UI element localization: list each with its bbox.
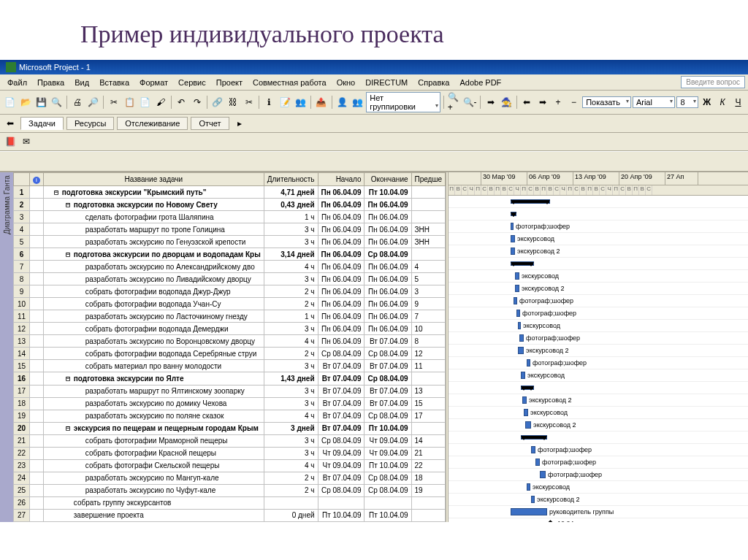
gantt-row[interactable]: [449, 431, 748, 444]
task-row[interactable]: 26 собрать группу экскурсантов: [14, 496, 446, 509]
task-row[interactable]: 11 разработать экскурсию по Ласточкиному…: [14, 310, 446, 323]
pdf-mail-icon[interactable]: ✉: [19, 134, 34, 149]
group-icon[interactable]: 👤: [335, 95, 349, 110]
duration-cell[interactable]: 3 ч: [264, 447, 318, 459]
start-cell[interactable]: Пн 06.04.09: [318, 261, 365, 273]
menu-adobepdf[interactable]: Adobe PDF: [455, 77, 505, 88]
task-row[interactable]: 27 завершение проекта0 днейПт 10.04.09Пт…: [14, 509, 446, 521]
task-name-cell[interactable]: разработать маршрут по тропе Голицина: [44, 223, 264, 236]
start-cell[interactable]: Пн 06.04.09: [318, 273, 365, 285]
end-cell[interactable]: Пн 06.04.09: [365, 285, 411, 298]
duration-cell[interactable]: 3 ч: [264, 434, 318, 447]
duration-cell[interactable]: 3 ч: [264, 397, 318, 410]
duration-cell[interactable]: 0,43 дней: [264, 199, 318, 211]
duration-cell[interactable]: 3 ч: [264, 323, 318, 335]
start-cell[interactable]: Пн 06.04.09: [318, 199, 365, 211]
row-info[interactable]: [30, 186, 44, 199]
pred-cell[interactable]: 22: [411, 459, 446, 472]
row-info[interactable]: [30, 484, 44, 496]
assign-icon[interactable]: 👥: [294, 95, 308, 110]
end-cell[interactable]: Пн 06.04.09: [365, 298, 411, 310]
task-name-cell[interactable]: собрать фотографии водопада Учан-Су: [44, 298, 264, 310]
show-combo[interactable]: Показать: [582, 96, 631, 108]
start-cell[interactable]: Ср 08.04.09: [318, 348, 365, 360]
end-cell[interactable]: [365, 496, 411, 509]
row-id[interactable]: 12: [14, 323, 30, 335]
end-cell[interactable]: Вт 07.04.09: [365, 335, 411, 348]
gantt-row[interactable]: [449, 258, 748, 270]
start-cell[interactable]: Пн 06.04.09: [318, 223, 365, 236]
task-row[interactable]: 21 собрать фотографии Мраморной пещеры3 …: [14, 434, 446, 447]
duration-cell[interactable]: 3 ч: [264, 236, 318, 248]
end-cell[interactable]: Пн 06.04.09: [365, 223, 411, 236]
task-name-cell[interactable]: разработать экскурсию по Александрийском…: [44, 261, 264, 273]
next-icon[interactable]: ▸: [232, 116, 247, 131]
row-info[interactable]: [30, 422, 44, 434]
summary-bar[interactable]: [521, 435, 547, 440]
end-cell[interactable]: Пт 10.04.09: [365, 186, 411, 199]
task-name-cell[interactable]: собрать материал про ванну молодости: [44, 360, 264, 372]
row-id[interactable]: 16: [14, 372, 30, 385]
start-cell[interactable]: Пн 06.04.09: [318, 310, 365, 323]
menu-edit[interactable]: Правка: [33, 77, 69, 88]
end-cell[interactable]: Ср 08.04.09: [365, 248, 411, 261]
pred-cell[interactable]: 7: [411, 310, 446, 323]
start-cell[interactable]: Ср 08.04.09: [318, 434, 365, 447]
pred-cell[interactable]: 9: [411, 298, 446, 310]
task-name-cell[interactable]: собрать фотографии Мраморной пещеры: [44, 434, 264, 447]
pred-cell[interactable]: [411, 496, 446, 509]
row-id[interactable]: 25: [14, 484, 30, 496]
pred-cell[interactable]: 17: [411, 410, 446, 422]
start-cell[interactable]: Пн 06.04.09: [318, 248, 365, 261]
pred-cell[interactable]: 21: [411, 447, 446, 459]
start-cell[interactable]: Вт 07.04.09: [318, 385, 365, 397]
note-icon[interactable]: 📝: [278, 95, 292, 110]
task-name-cell[interactable]: ⊟ подготова экскурсии по дворцам и водоп…: [44, 248, 264, 261]
task-row[interactable]: 20⊟ экскурсия по пещерам и пещерным горо…: [14, 422, 446, 434]
row-id[interactable]: 10: [14, 298, 30, 310]
menu-view[interactable]: Вид: [70, 77, 94, 88]
tab-tracking[interactable]: Отслеживание: [117, 117, 188, 130]
format-painter-icon[interactable]: 🖌: [153, 95, 167, 110]
summary-bar[interactable]: [511, 199, 550, 204]
row-info[interactable]: [30, 335, 44, 348]
row-info[interactable]: [30, 372, 44, 385]
pred-cell[interactable]: [411, 509, 446, 521]
tab-report[interactable]: Отчет: [191, 117, 229, 130]
row-id[interactable]: 13: [14, 335, 30, 348]
task-bar[interactable]: экскурсовод 2: [518, 347, 524, 354]
col-start-header[interactable]: Начало: [318, 173, 365, 186]
task-row[interactable]: 22 собрать фотографии Красной пещеры3 чЧ…: [14, 447, 446, 459]
gantt-row[interactable]: экскурсовод: [449, 481, 748, 494]
redo-icon[interactable]: ↷: [190, 95, 204, 110]
task-name-cell[interactable]: собрать группу экскурсантов: [44, 496, 264, 509]
task-bar[interactable]: экскурсовод 2: [511, 248, 515, 255]
save-icon[interactable]: 💾: [34, 95, 48, 110]
end-cell[interactable]: Пн 06.04.09: [365, 211, 411, 223]
tab-resources[interactable]: Ресурсы: [66, 117, 114, 130]
task-name-cell[interactable]: разработать экскурсию по Ласточкиному гн…: [44, 310, 264, 323]
duration-cell[interactable]: [264, 496, 318, 509]
pred-cell[interactable]: 18: [411, 472, 446, 484]
row-info[interactable]: [30, 509, 44, 521]
task-bar[interactable]: фотограф;шофер: [519, 334, 524, 342]
start-cell[interactable]: [318, 496, 365, 509]
gantt-row[interactable]: фотограф;шофер: [449, 357, 748, 369]
end-cell[interactable]: Пн 06.04.09: [365, 199, 411, 211]
gantt-row[interactable]: экскурсовод: [449, 320, 748, 332]
row-info[interactable]: [30, 298, 44, 310]
pred-cell[interactable]: 19: [411, 484, 446, 496]
menu-format[interactable]: Формат: [135, 77, 172, 88]
row-info[interactable]: [30, 236, 44, 248]
duration-cell[interactable]: 1 ч: [264, 310, 318, 323]
row-info[interactable]: [30, 410, 44, 422]
row-id[interactable]: 2: [14, 199, 30, 211]
menu-collab[interactable]: Совместная работа: [248, 77, 331, 88]
start-cell[interactable]: Чт 09.04.09: [318, 447, 365, 459]
task-bar[interactable]: экскурсовод: [518, 322, 521, 329]
pred-cell[interactable]: [411, 186, 446, 199]
row-id[interactable]: 19: [14, 410, 30, 422]
task-row[interactable]: 18 разработать экскурсию по домику Чехов…: [14, 397, 446, 410]
duration-cell[interactable]: 3,14 дней: [264, 248, 318, 261]
duration-cell[interactable]: 2 ч: [264, 484, 318, 496]
